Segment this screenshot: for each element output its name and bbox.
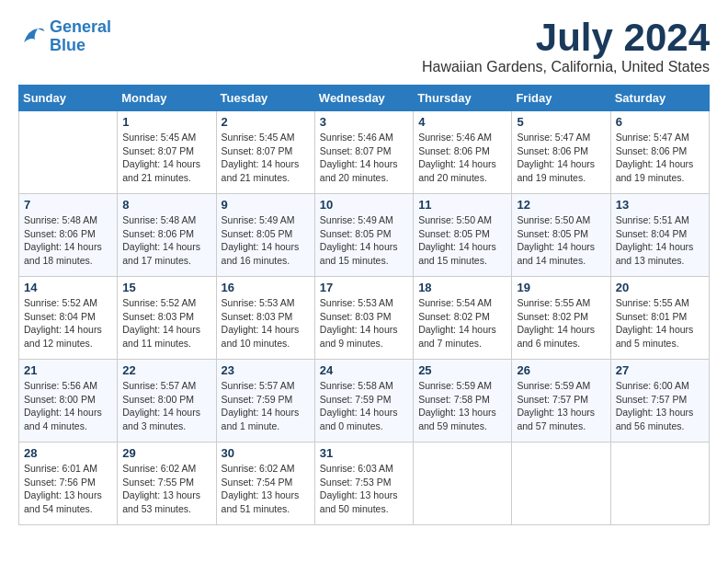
- cell-line: Sunrise: 5:47 AM: [616, 132, 689, 143]
- calendar-cell: [610, 442, 709, 525]
- cell-line: Sunrise: 5:52 AM: [24, 297, 97, 308]
- day-number: 9: [222, 198, 310, 212]
- cell-line: and 4 minutes.: [24, 420, 87, 431]
- cell-line: Daylight: 13 hours: [320, 489, 398, 500]
- cell-line: Sunrise: 5:49 AM: [222, 214, 295, 225]
- cell-line: and 11 minutes.: [122, 338, 191, 349]
- cell-info: Sunrise: 5:57 AMSunset: 8:00 PMDaylight:…: [122, 379, 210, 433]
- cell-info: Sunrise: 5:48 AMSunset: 8:06 PMDaylight:…: [24, 213, 112, 268]
- cell-line: Sunrise: 5:58 AM: [320, 380, 393, 391]
- calendar-cell: 12Sunrise: 5:50 AMSunset: 8:05 PMDayligh…: [512, 194, 610, 277]
- cell-line: Daylight: 14 hours: [616, 158, 694, 169]
- cell-line: Daylight: 14 hours: [418, 324, 496, 335]
- cell-info: Sunrise: 5:46 AMSunset: 8:06 PMDaylight:…: [418, 131, 506, 185]
- cell-line: Daylight: 14 hours: [517, 241, 595, 252]
- cell-line: Daylight: 13 hours: [418, 407, 496, 418]
- day-number: 14: [24, 281, 112, 294]
- header-thursday: Thursday: [414, 86, 512, 111]
- cell-line: Sunrise: 5:53 AM: [320, 297, 393, 308]
- day-number: 21: [24, 363, 112, 377]
- cell-line: Sunset: 8:04 PM: [24, 311, 96, 322]
- cell-info: Sunrise: 5:49 AMSunset: 8:05 PMDaylight:…: [320, 213, 408, 268]
- calendar-cell: 16Sunrise: 5:53 AMSunset: 8:03 PMDayligh…: [216, 277, 314, 360]
- cell-line: and 51 minutes.: [222, 503, 290, 514]
- cell-line: and 20 minutes.: [320, 172, 389, 183]
- day-number: 4: [418, 115, 506, 129]
- calendar-cell: 25Sunrise: 5:59 AMSunset: 7:58 PMDayligh…: [414, 360, 512, 442]
- calendar-cell: 15Sunrise: 5:52 AMSunset: 8:03 PMDayligh…: [118, 277, 216, 360]
- calendar-cell: 23Sunrise: 5:57 AMSunset: 7:59 PMDayligh…: [216, 360, 314, 442]
- calendar-cell: [19, 111, 118, 194]
- cell-line: and 12 minutes.: [24, 338, 93, 349]
- cell-line: and 19 minutes.: [517, 172, 586, 183]
- calendar-cell: 1Sunrise: 5:45 AMSunset: 8:07 PMDaylight…: [118, 111, 216, 194]
- cell-info: Sunrise: 5:58 AMSunset: 7:59 PMDaylight:…: [320, 379, 408, 433]
- day-number: 16: [222, 281, 310, 294]
- logo-icon: [18, 23, 46, 51]
- calendar-cell: 26Sunrise: 5:59 AMSunset: 7:57 PMDayligh…: [512, 360, 610, 442]
- cell-line: Daylight: 14 hours: [616, 241, 694, 252]
- cell-line: Sunset: 7:53 PM: [320, 477, 392, 488]
- day-number: 2: [222, 115, 310, 129]
- cell-info: Sunrise: 5:54 AMSunset: 8:02 PMDaylight:…: [418, 296, 506, 350]
- cell-line: Sunset: 8:03 PM: [320, 311, 392, 322]
- cell-line: Sunset: 8:03 PM: [222, 311, 293, 322]
- calendar-cell: 11Sunrise: 5:50 AMSunset: 8:05 PMDayligh…: [414, 194, 512, 277]
- cell-info: Sunrise: 5:55 AMSunset: 8:01 PMDaylight:…: [616, 296, 704, 350]
- cell-line: Sunrise: 5:46 AM: [418, 132, 492, 143]
- cell-line: Daylight: 14 hours: [320, 407, 398, 418]
- cell-line: Daylight: 14 hours: [418, 158, 496, 169]
- calendar-cell: 9Sunrise: 5:49 AMSunset: 8:05 PMDaylight…: [216, 194, 314, 277]
- cell-line: Sunrise: 6:02 AM: [222, 463, 295, 474]
- day-number: 15: [122, 281, 210, 294]
- cell-line: Daylight: 14 hours: [24, 324, 102, 335]
- cell-line: and 17 minutes.: [122, 255, 191, 266]
- calendar-cell: 5Sunrise: 5:47 AMSunset: 8:06 PMDaylight…: [512, 111, 610, 194]
- day-number: 26: [517, 363, 605, 377]
- cell-line: Sunset: 8:04 PM: [616, 228, 688, 239]
- cell-line: and 16 minutes.: [222, 255, 290, 266]
- cell-line: Sunset: 7:58 PM: [418, 394, 490, 405]
- day-number: 30: [222, 446, 310, 460]
- cell-line: Daylight: 14 hours: [320, 241, 398, 252]
- cell-info: Sunrise: 6:01 AMSunset: 7:56 PMDaylight:…: [24, 462, 112, 516]
- cell-line: Sunset: 8:02 PM: [418, 311, 490, 322]
- cell-line: Sunset: 8:02 PM: [517, 311, 588, 322]
- cell-line: Sunrise: 5:50 AM: [418, 214, 492, 225]
- calendar-cell: 10Sunrise: 5:49 AMSunset: 8:05 PMDayligh…: [314, 194, 413, 277]
- calendar-table: Sunday Monday Tuesday Wednesday Thursday…: [18, 85, 710, 525]
- cell-info: Sunrise: 5:46 AMSunset: 8:07 PMDaylight:…: [320, 131, 408, 185]
- cell-line: Sunrise: 5:59 AM: [517, 380, 590, 391]
- cell-line: Sunset: 8:05 PM: [418, 228, 490, 239]
- cell-line: Daylight: 14 hours: [222, 241, 300, 252]
- day-number: 10: [320, 198, 408, 212]
- day-number: 29: [122, 446, 210, 460]
- cell-info: Sunrise: 5:49 AMSunset: 8:05 PMDaylight:…: [222, 213, 310, 268]
- week-row-4: 28Sunrise: 6:01 AMSunset: 7:56 PMDayligh…: [19, 442, 710, 525]
- cell-line: Sunset: 8:05 PM: [517, 228, 588, 239]
- day-number: 12: [517, 198, 605, 212]
- cell-line: Sunset: 8:03 PM: [122, 311, 194, 322]
- day-number: 25: [418, 363, 506, 377]
- cell-line: Sunrise: 5:55 AM: [616, 297, 689, 308]
- logo-text: General Blue: [50, 18, 111, 55]
- subtitle: Hawaiian Gardens, California, United Sta…: [422, 59, 710, 75]
- cell-line: and 15 minutes.: [320, 255, 389, 266]
- cell-line: and 13 minutes.: [616, 255, 685, 266]
- cell-info: Sunrise: 5:45 AMSunset: 8:07 PMDaylight:…: [222, 131, 310, 185]
- calendar-cell: 19Sunrise: 5:55 AMSunset: 8:02 PMDayligh…: [512, 277, 610, 360]
- cell-line: Daylight: 14 hours: [517, 324, 595, 335]
- calendar-cell: 22Sunrise: 5:57 AMSunset: 8:00 PMDayligh…: [118, 360, 216, 442]
- day-number: 5: [517, 115, 605, 129]
- cell-line: Sunrise: 6:02 AM: [122, 463, 196, 474]
- calendar-cell: 14Sunrise: 5:52 AMSunset: 8:04 PMDayligh…: [19, 277, 118, 360]
- cell-line: Daylight: 14 hours: [222, 324, 300, 335]
- cell-line: Sunset: 8:06 PM: [122, 228, 194, 239]
- cell-line: and 1 minute.: [222, 420, 280, 431]
- cell-line: Sunrise: 5:45 AM: [222, 132, 295, 143]
- calendar-cell: 31Sunrise: 6:03 AMSunset: 7:53 PMDayligh…: [314, 442, 413, 525]
- cell-line: Sunset: 8:06 PM: [418, 145, 490, 156]
- calendar-cell: 17Sunrise: 5:53 AMSunset: 8:03 PMDayligh…: [314, 277, 413, 360]
- calendar-cell: 7Sunrise: 5:48 AMSunset: 8:06 PMDaylight…: [19, 194, 118, 277]
- cell-line: Sunset: 7:54 PM: [222, 477, 293, 488]
